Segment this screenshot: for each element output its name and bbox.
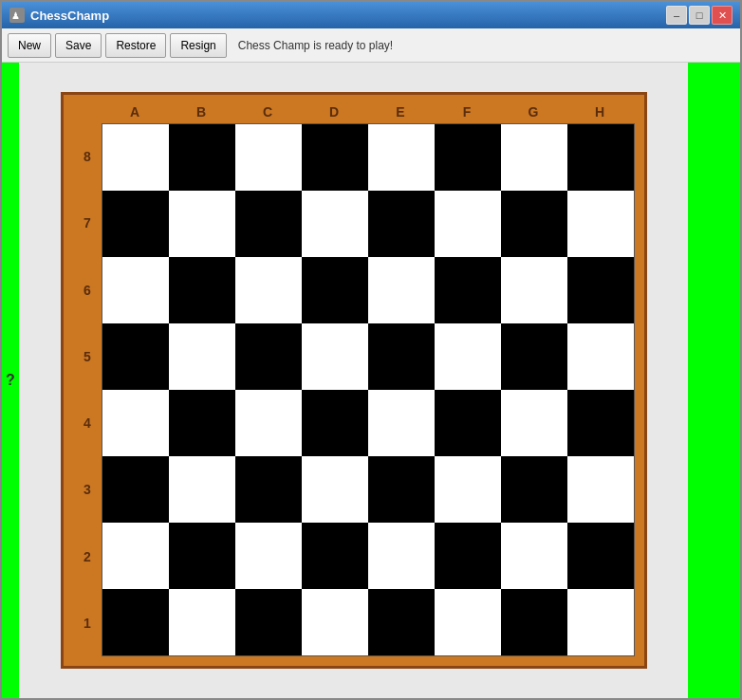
status-text: Chess Champ is ready to play! (238, 39, 393, 52)
title-bar-left: ♟ ChessChamp (9, 8, 109, 23)
table-row[interactable] (102, 456, 169, 523)
board-layout: A B C D E F G H 8 7 6 5 4 (73, 104, 635, 656)
toolbar: New Save Restore Resign Chess Champ is r… (2, 28, 740, 63)
table-row[interactable] (567, 257, 634, 323)
table-row[interactable] (169, 390, 235, 456)
table-row[interactable] (302, 323, 368, 390)
row-label-4: 4 (73, 390, 102, 456)
table-row[interactable] (368, 456, 435, 523)
table-row[interactable] (435, 323, 501, 390)
table-row[interactable] (235, 124, 302, 191)
table-row[interactable] (235, 257, 302, 323)
table-row[interactable] (567, 323, 634, 390)
row-label-3: 3 (73, 456, 102, 523)
table-row[interactable] (567, 191, 634, 257)
resign-button[interactable]: Resign (170, 33, 226, 58)
table-row[interactable] (567, 456, 634, 523)
col-label-e: E (367, 104, 434, 123)
table-row[interactable] (102, 589, 169, 655)
table-row[interactable] (102, 191, 169, 257)
restore-button[interactable]: Restore (105, 33, 166, 58)
table-row[interactable] (302, 589, 368, 655)
chess-board-container: A B C D E F G H 8 7 6 5 4 (61, 92, 647, 669)
table-row[interactable] (368, 257, 435, 323)
table-row[interactable] (102, 523, 169, 589)
table-row[interactable] (368, 191, 435, 257)
table-row[interactable] (169, 191, 235, 257)
table-row[interactable] (567, 589, 634, 655)
table-row[interactable] (435, 124, 501, 191)
table-row[interactable] (302, 390, 368, 456)
table-row[interactable] (302, 257, 368, 323)
table-row[interactable] (368, 323, 435, 390)
table-row[interactable] (302, 191, 368, 257)
table-row[interactable] (501, 124, 567, 191)
table-row[interactable] (235, 191, 302, 257)
main-area: ? A B C D E F G H 8 (2, 63, 740, 698)
table-row[interactable] (169, 589, 235, 655)
table-row[interactable] (501, 257, 567, 323)
table-row[interactable] (302, 523, 368, 589)
table-row[interactable] (302, 124, 368, 191)
row-label-1: 1 (73, 590, 102, 656)
table-row[interactable] (235, 589, 302, 655)
table-row[interactable] (235, 523, 302, 589)
green-right-panel (688, 63, 740, 698)
row-label-6: 6 (73, 257, 102, 323)
table-row[interactable] (435, 390, 501, 456)
table-row[interactable] (169, 456, 235, 523)
question-mark-label: ? (6, 372, 15, 389)
minimize-button[interactable]: – (666, 6, 687, 25)
title-bar: ♟ ChessChamp – □ ✕ (2, 2, 740, 28)
table-row[interactable] (102, 390, 169, 456)
table-row[interactable] (501, 323, 567, 390)
table-row[interactable] (501, 589, 567, 655)
table-row[interactable] (368, 523, 435, 589)
table-row[interactable] (102, 257, 169, 323)
table-row[interactable] (102, 124, 169, 191)
window-title: ChessChamp (30, 9, 109, 23)
table-row[interactable] (567, 124, 634, 191)
table-row[interactable] (435, 523, 501, 589)
chess-board[interactable] (102, 123, 635, 656)
table-row[interactable] (368, 124, 435, 191)
new-button[interactable]: New (8, 33, 51, 58)
close-button[interactable]: ✕ (712, 6, 733, 25)
board-row-area: 8 7 6 5 4 3 2 1 (73, 123, 635, 656)
table-row[interactable] (169, 523, 235, 589)
table-row[interactable] (368, 589, 435, 655)
table-row[interactable] (235, 390, 302, 456)
col-label-f: F (434, 104, 500, 123)
table-row[interactable] (169, 323, 235, 390)
row-label-7: 7 (73, 190, 102, 256)
table-row[interactable] (235, 456, 302, 523)
table-row[interactable] (501, 523, 567, 589)
table-row[interactable] (501, 191, 567, 257)
col-label-d: D (301, 104, 367, 123)
col-label-a: A (102, 104, 168, 123)
table-row[interactable] (302, 456, 368, 523)
table-row[interactable] (169, 124, 235, 191)
svg-text:♟: ♟ (11, 10, 20, 21)
table-row[interactable] (435, 257, 501, 323)
table-row[interactable] (435, 589, 501, 655)
row-label-8: 8 (73, 123, 102, 190)
table-row[interactable] (169, 257, 235, 323)
title-controls: – □ ✕ (666, 6, 733, 25)
table-row[interactable] (501, 390, 567, 456)
table-row[interactable] (567, 390, 634, 456)
column-labels: A B C D E F G H (102, 104, 635, 123)
col-label-b: B (168, 104, 234, 123)
table-row[interactable] (235, 323, 302, 390)
col-label-g: G (500, 104, 566, 123)
table-row[interactable] (102, 323, 169, 390)
table-row[interactable] (368, 390, 435, 456)
table-row[interactable] (501, 456, 567, 523)
row-labels: 8 7 6 5 4 3 2 1 (73, 123, 102, 656)
col-label-c: C (234, 104, 301, 123)
table-row[interactable] (435, 191, 501, 257)
table-row[interactable] (435, 456, 501, 523)
table-row[interactable] (567, 523, 634, 589)
save-button[interactable]: Save (55, 33, 102, 58)
maximize-button[interactable]: □ (689, 6, 710, 25)
